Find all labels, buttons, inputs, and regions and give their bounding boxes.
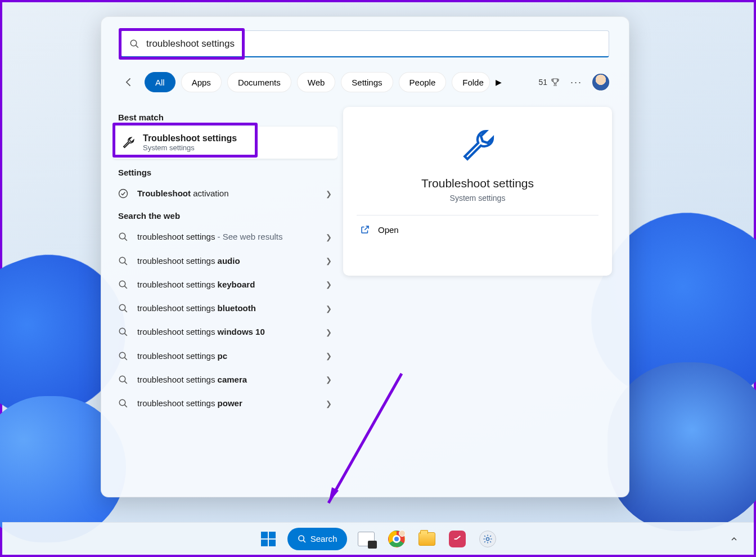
more-options[interactable]: ··· [566, 77, 587, 88]
svg-point-15 [119, 376, 125, 382]
svg-point-11 [119, 329, 125, 335]
svg-point-3 [119, 233, 125, 240]
open-action[interactable]: Open [357, 215, 598, 244]
settings-result-troubleshoot-activation[interactable]: Troubleshoot activation ❯ [112, 182, 338, 205]
search-icon [116, 256, 130, 266]
web-result-2[interactable]: troubleshoot settings keyboard❯ [112, 273, 338, 297]
user-avatar[interactable] [592, 74, 609, 91]
filter-apps[interactable]: Apps [181, 72, 222, 92]
svg-line-22 [303, 540, 305, 542]
detail-pane: Troubleshoot settings System settings Op… [343, 107, 612, 276]
best-match-title: Troubleshoot settings [143, 133, 237, 143]
filter-settings[interactable]: Settings [341, 72, 393, 92]
svg-line-16 [125, 381, 127, 384]
search-icon [116, 303, 130, 313]
chevron-right-icon: ❯ [326, 190, 332, 198]
svg-point-9 [119, 304, 125, 311]
detail-title: Troubleshoot settings [421, 177, 534, 190]
trophy-icon [550, 77, 560, 87]
taskbar-search-label: Search [310, 534, 338, 543]
web-result-5[interactable]: troubleshoot settings pc❯ [112, 344, 338, 368]
start-button[interactable] [257, 528, 280, 550]
search-input[interactable] [146, 38, 601, 50]
taskbar-app-explorer[interactable] [416, 528, 438, 550]
start-search-panel: All Apps Documents Web Settings People F… [101, 16, 629, 497]
section-settings: Settings [112, 162, 338, 182]
svg-line-1 [136, 45, 138, 47]
chevron-right-icon: ❯ [326, 233, 332, 241]
chevron-right-icon: ❯ [326, 399, 332, 408]
taskbar-overflow[interactable] [726, 531, 742, 547]
chevron-right-icon: ❯ [326, 257, 332, 265]
taskbar-search-button[interactable]: Search [287, 528, 348, 550]
best-match-subtitle: System settings [143, 143, 237, 152]
check-circle-icon [116, 188, 130, 199]
web-result-7[interactable]: troubleshoot settings power❯ [112, 392, 338, 415]
wrench-icon [457, 126, 498, 169]
svg-line-18 [125, 405, 127, 407]
svg-point-23 [487, 537, 489, 540]
taskbar-app-todoist[interactable] [446, 528, 469, 550]
taskbar-app-settings[interactable] [476, 528, 499, 550]
rewards-badge[interactable]: 51 [538, 77, 560, 87]
web-result-4[interactable]: troubleshoot settings windows 10❯ [112, 320, 338, 344]
filter-documents[interactable]: Documents [227, 72, 291, 92]
chevron-right-icon: ❯ [326, 280, 332, 289]
filter-all[interactable]: All [145, 72, 176, 92]
back-button[interactable] [121, 77, 137, 88]
open-label: Open [378, 225, 399, 235]
svg-point-21 [299, 536, 304, 541]
wrench-icon [120, 136, 136, 150]
best-match-result[interactable]: Troubleshoot settings System settings [112, 127, 338, 159]
rewards-count: 51 [538, 78, 547, 87]
chevron-right-icon: ❯ [326, 304, 332, 313]
search-icon [116, 327, 130, 337]
search-icon [116, 280, 130, 290]
web-result-6[interactable]: troubleshoot settings camera❯ [112, 368, 338, 392]
chevron-right-icon: ❯ [326, 328, 332, 336]
filter-folders[interactable]: Folde [452, 72, 490, 92]
svg-point-7 [119, 281, 125, 287]
chevron-right-icon: ❯ [326, 352, 332, 360]
svg-point-13 [119, 352, 125, 358]
results-column: Best match Troubleshoot settings System … [112, 107, 338, 491]
section-search-web: Search the web [112, 205, 338, 225]
svg-line-10 [125, 310, 127, 312]
open-external-icon [360, 224, 370, 235]
search-icon [116, 351, 130, 361]
taskbar-app-chrome[interactable] [385, 528, 408, 550]
filter-more-icon[interactable]: ▶ [496, 78, 502, 87]
search-icon [298, 534, 307, 543]
search-icon [116, 398, 130, 408]
svg-line-4 [125, 239, 127, 241]
web-result-1[interactable]: troubleshoot settings audio❯ [112, 249, 338, 273]
task-view-button[interactable] [355, 528, 377, 550]
filter-row: All Apps Documents Web Settings People F… [121, 71, 609, 93]
chevron-right-icon: ❯ [326, 375, 332, 384]
svg-line-14 [125, 357, 127, 360]
search-icon [129, 39, 140, 49]
svg-point-2 [119, 190, 128, 198]
svg-line-12 [125, 334, 127, 336]
detail-subtitle: System settings [450, 194, 506, 203]
filter-people[interactable]: People [399, 72, 447, 92]
search-icon [116, 375, 130, 385]
svg-line-8 [125, 286, 127, 289]
taskbar: Search [2, 522, 754, 555]
filter-web[interactable]: Web [297, 72, 336, 92]
svg-point-5 [119, 257, 125, 263]
svg-line-6 [125, 262, 127, 264]
search-bar[interactable] [121, 30, 609, 57]
section-best-match: Best match [112, 107, 338, 127]
svg-point-17 [119, 399, 125, 406]
gear-icon [483, 534, 493, 544]
svg-point-0 [130, 40, 137, 46]
search-icon [116, 232, 130, 242]
web-result-3[interactable]: troubleshoot settings bluetooth❯ [112, 297, 338, 320]
web-result-0[interactable]: troubleshoot settings - See web results❯ [112, 225, 338, 249]
